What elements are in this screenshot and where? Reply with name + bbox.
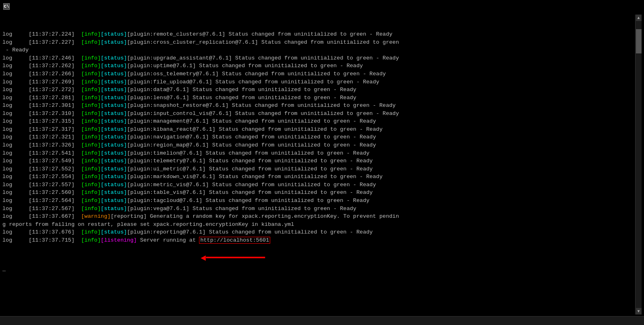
minimize-button[interactable] <box>578 0 597 13</box>
terminal-line: log [11:37:27.269] [info][status][plugin… <box>2 78 635 86</box>
terminal-line: log [11:37:27.326] [info][status][plugin… <box>2 141 635 149</box>
scroll-up[interactable]: ▲ <box>636 15 642 21</box>
terminal-line: log [11:37:27.541] [info][status][plugin… <box>2 149 635 157</box>
terminal-line: log [11:37:27.560] [info][status][plugin… <box>2 189 635 197</box>
terminal-line: log [11:37:27.564] [info][status][plugin… <box>2 197 635 205</box>
terminal-line: log [11:37:27.224] [info][status][plugin… <box>2 30 635 38</box>
terminal-window: log [11:37:27.224] [info][status][plugin… <box>0 13 644 316</box>
terminal-line: log [11:37:27.246] [info][status][plugin… <box>2 54 635 62</box>
terminal-line: log [11:37:27.281] [info][status][plugin… <box>2 94 635 102</box>
scroll-thumb[interactable] <box>636 29 642 53</box>
titlebar: C\ <box>0 0 644 13</box>
terminal-line: log [11:37:37.676] [info][status][plugin… <box>2 228 635 236</box>
terminal-line: log [11:37:27.315] [info][status][plugin… <box>2 117 635 125</box>
terminal-line: log [11:37:27.317] [info][status][plugin… <box>2 125 635 134</box>
terminal-line: log [11:37:37.715] [info][listening] Ser… <box>2 236 635 244</box>
terminal-line: log [11:37:27.266] [info][status][plugin… <box>2 70 635 78</box>
terminal-line: log [11:37:27.549] [info][status][plugin… <box>2 157 635 165</box>
scrollbar[interactable]: ▲ ▼ <box>635 15 642 314</box>
close-button[interactable] <box>622 0 641 13</box>
terminal-line: log [11:37:27.272] [info][status][plugin… <box>2 86 635 94</box>
scroll-down[interactable]: ▼ <box>636 308 642 314</box>
window-controls <box>578 0 641 13</box>
arrow-indicator: ◄━━━━━━━━━━━ <box>2 252 635 265</box>
cmd-icon: C\ <box>3 3 10 10</box>
terminal-line: log [11:37:27.552] [info][status][plugin… <box>2 165 635 173</box>
terminal-line: log [11:37:27.262] [info][status][plugin… <box>2 62 635 70</box>
terminal-line: log [11:37:27.567] [info][status][plugin… <box>2 205 635 213</box>
terminal-line: log [11:37:27.301] [info][status][plugin… <box>2 102 635 110</box>
terminal-line: log [11:37:27.557] [info][status][plugin… <box>2 181 635 189</box>
terminal-output[interactable]: log [11:37:27.224] [info][status][plugin… <box>2 15 635 314</box>
restore-button[interactable] <box>600 0 619 13</box>
terminal-line: log [11:37:27.554] [info][status][plugin… <box>2 173 635 181</box>
terminal-line: log [11:37:27.310] [info][status][plugin… <box>2 110 635 118</box>
terminal-line: log [11:37:27.227] [info][status][plugin… <box>2 38 635 54</box>
terminal-line: log [11:37:37.667] [warning][reporting] … <box>2 212 635 228</box>
cursor-line: _ <box>2 265 635 273</box>
terminal-line: log [11:37:27.321] [info][status][plugin… <box>2 133 635 141</box>
statusbar <box>0 316 644 325</box>
